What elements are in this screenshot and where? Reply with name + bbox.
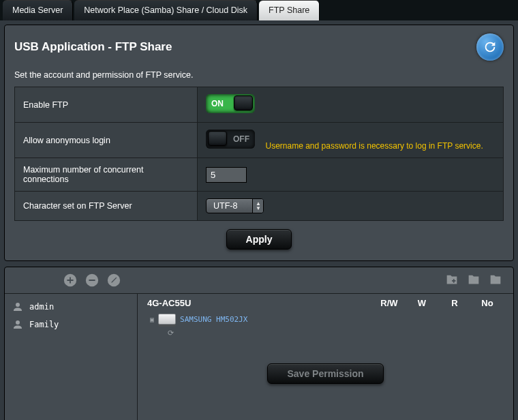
user-family-label: Family [29,320,59,329]
page-title: USB Application - FTP Share [14,40,172,54]
permission-body: admin Family 4G-AC55U R/W W R No ▣ SAMSU… [5,294,513,420]
charset-label: Character set on FTP Server [15,192,198,220]
share-columns: 4G-AC55U R/W W R No [147,298,504,310]
max-conn-label: Maximum number of concurrent connections [15,158,198,192]
share-area: 4G-AC55U R/W W R No ▣ SAMSUNG HM502JX ⟳ … [138,294,513,420]
select-arrows-icon: ▲▼ [252,199,263,213]
edit-user-button[interactable] [105,271,123,289]
minus-circle-icon [85,273,100,288]
allow-anon-toggle[interactable]: OFF [206,130,255,149]
remove-folder-button[interactable] [465,271,483,289]
save-row: Save Permission [147,363,504,384]
user-icon [12,318,24,331]
panel-header: USB Application - FTP Share [14,33,504,61]
add-folder-button[interactable] [443,271,461,289]
disk-icon [158,314,176,325]
charset-select[interactable]: UTF-8 ▲▼ [206,198,264,213]
col-no: No [471,298,504,308]
folder-plus-icon [444,273,459,288]
tab-ftp-share[interactable]: FTP Share [259,0,320,20]
toggle-off-label: OFF [233,134,249,144]
user-list: admin Family [5,294,138,420]
toggle-knob [208,131,227,146]
user-item-family[interactable]: Family [5,316,137,333]
apply-row: Apply [14,221,504,250]
allow-anon-label: Allow anonymous login [15,123,198,158]
disk-label: SAMSUNG HM502JX [180,315,247,324]
apply-button[interactable]: Apply [226,229,292,250]
tree-collapse-icon[interactable]: ▣ [150,316,154,323]
folder-edit-icon [488,273,503,288]
ftp-share-panel: USB Application - FTP Share Set the acco… [4,25,514,261]
save-permission-button[interactable]: Save Permission [267,363,383,384]
tab-media-server[interactable]: Media Server [3,0,73,20]
back-button[interactable] [476,33,504,61]
device-name: 4G-AC55U [147,298,373,308]
user-icon [12,301,24,313]
folder-tree: ▣ SAMSUNG HM502JX ⟳ [147,310,504,344]
permission-panel: admin Family 4G-AC55U R/W W R No ▣ SAMSU… [4,267,514,420]
page-subtitle: Set the account and permission of FTP se… [14,70,504,80]
charset-value: UTF-8 [207,199,252,213]
folder-minus-icon [466,273,481,288]
disk-row[interactable]: ▣ SAMSUNG HM502JX [150,314,501,325]
settings-table: Enable FTP ON Allow anonymous login OFF … [14,87,504,221]
enable-ftp-label: Enable FTP [15,87,198,123]
col-w: W [406,298,438,308]
user-admin-label: admin [29,302,54,312]
toggle-knob [234,95,253,110]
enable-ftp-toggle[interactable]: ON [206,94,255,113]
max-conn-input[interactable] [206,167,247,183]
add-user-button[interactable] [61,271,79,289]
edit-folder-button[interactable] [487,271,504,289]
user-item-admin[interactable]: admin [5,298,137,316]
toggle-on-label: ON [211,99,224,108]
plus-circle-icon [63,273,78,288]
permission-toolbar [5,267,513,294]
tab-samba-share[interactable]: Network Place (Samba) Share / Cloud Disk [74,0,258,20]
tab-bar: Media Server Network Place (Samba) Share… [0,0,518,20]
col-rw: R/W [373,298,406,308]
folder-tools [441,271,506,289]
back-arrow-icon [483,40,498,55]
allow-anon-hint: Username and password is necessary to lo… [265,141,483,151]
user-tools [59,271,125,289]
edit-circle-icon [106,273,121,288]
remove-user-button[interactable] [83,271,101,289]
loading-icon: ⟳ [168,329,174,337]
tree-child: ⟳ [168,329,501,338]
col-r: R [438,298,471,308]
